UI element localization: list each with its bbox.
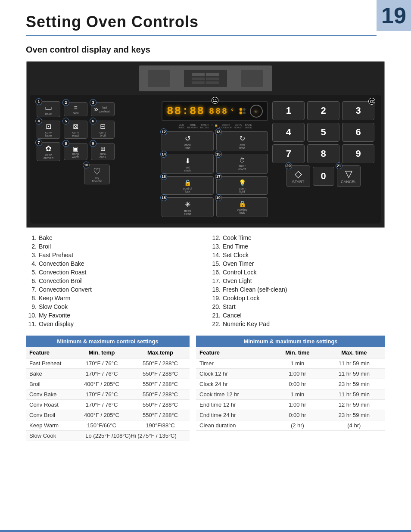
- btn-num-7: 7: [35, 139, 42, 146]
- num-btn-1[interactable]: 1: [272, 101, 305, 120]
- btn-num-15: 15: [215, 151, 222, 158]
- cancel-circle-icon: ▽: [345, 168, 352, 180]
- btn-num-4: 4: [35, 118, 42, 124]
- conv-convert-button[interactable]: 7 ✿ convconvert: [37, 142, 60, 161]
- cancel-button[interactable]: 21 ▽ CANCEL: [337, 165, 361, 187]
- table-row: Keep Warm150°F/66°C190°F/88°C: [26, 420, 190, 431]
- my-favorite-button[interactable]: 10 ♡ myfavorite: [84, 165, 110, 184]
- conv-bake-button[interactable]: 4 ⊡ convbake: [37, 121, 60, 139]
- table-row: Conv Broil400°F / 205°C550°F / 288°C: [26, 410, 190, 420]
- start-label: START: [292, 180, 305, 184]
- control-lock-icon: 🔒: [164, 179, 212, 186]
- col-min-time: Min. time: [272, 347, 323, 358]
- col-feature-time: Feature: [196, 347, 272, 358]
- btn-num-5: 5: [62, 118, 69, 124]
- conv-bake-icon: ⊡: [39, 123, 58, 130]
- label-bake-broil: BAKEBROIL: [245, 124, 252, 129]
- timer-on-off-button[interactable]: 15 ⏱ timeron-off: [216, 154, 268, 174]
- col-max-temp: Max.temp: [131, 347, 190, 358]
- control-lock-label: controllock: [164, 187, 212, 193]
- time-table-header-row: Feature Min. time Max. time: [196, 347, 385, 358]
- cooktop-lock-label: cooktoplock: [218, 208, 266, 214]
- label-time-remove: TIMEREMOVE: [187, 124, 198, 129]
- label-door-cooktop: DOORCOOKTOP: [219, 124, 232, 129]
- num-btn-5[interactable]: 5: [307, 123, 339, 142]
- bottom-action-row: 20 ◇ START 0 21 ▽ CANCEL: [272, 165, 374, 187]
- control-settings-table-container: Minimum & maximum control settings Featu…: [26, 336, 190, 441]
- list-item-5: 5.Convection Roast: [26, 269, 201, 276]
- main-panel: 1 ▭ bake 2 ≡ broil 3 » fastpreheat: [30, 95, 381, 224]
- fresh-clean-label: freshclean: [164, 209, 212, 215]
- btn-num-10: 10: [83, 162, 90, 168]
- display-digits: 88:88: [167, 105, 205, 118]
- num-btn-2[interactable]: 2: [307, 101, 339, 120]
- conv-roast-button[interactable]: 5 ⊠ convroast: [64, 121, 87, 139]
- keep-warm-button[interactable]: 8 ▣ keepwarm: [64, 143, 87, 160]
- my-favorite-label: myfavorite: [86, 177, 108, 183]
- bake-button[interactable]: 1 ▭ bake: [37, 101, 60, 117]
- btn-num-6: 6: [90, 118, 97, 124]
- button-row-3: 7 ✿ convconvert 8 ▣ keepwarm 9 ⊞ slowcoo…: [37, 142, 157, 161]
- num-btn-4[interactable]: 4: [272, 123, 305, 142]
- col-max-time: Max. time: [323, 347, 385, 358]
- keep-warm-label: keepwarm: [66, 152, 85, 159]
- page-number: 19: [377, 0, 411, 31]
- list-item-19: 19.Cooktop Lock: [210, 295, 385, 302]
- control-lock-button[interactable]: 16 🔒 controllock: [162, 176, 214, 195]
- cook-time-label: cooktime: [164, 143, 212, 149]
- set-clock-label: setclock: [164, 166, 212, 172]
- fresh-clean-button[interactable]: 18 ✳ freshclean: [162, 197, 214, 217]
- oven-light-button[interactable]: 17 💡 ovenlight: [216, 176, 268, 195]
- display-labels-row: ENDTIMED TIMEREMOVE TIMERRACKS ♡ 🔒 DOORC…: [162, 124, 268, 129]
- time-settings-table: Feature Min. time Max. time Timer1 min11…: [196, 347, 385, 431]
- label-conv-roast: CONVROAST: [234, 124, 243, 129]
- num-btn-6[interactable]: 6: [342, 123, 374, 142]
- list-item-18: 18.Fresh Clean (self-clean): [210, 286, 385, 293]
- control-settings-table: Feature Min. temp Max.temp Fast Preheat1…: [26, 347, 190, 441]
- num-btn-9[interactable]: 9: [342, 144, 374, 163]
- set-clock-button[interactable]: 14 ⬇ setclock: [162, 154, 214, 174]
- label-timer-racks: TIMERRACKS: [200, 124, 209, 129]
- label-end-timed: ENDTIMED: [177, 124, 186, 129]
- display-degree: °: [230, 108, 235, 115]
- dot-3: [240, 112, 242, 114]
- fan-icon: ✳: [250, 105, 263, 118]
- display-strip: [139, 65, 272, 91]
- broil-icon: ≡: [66, 105, 85, 111]
- num-btn-0[interactable]: 0: [313, 167, 334, 186]
- conv-broil-button[interactable]: 6 ⊟ convbroil: [91, 121, 115, 139]
- list-item-9: 9.Slow Cook: [26, 303, 201, 310]
- fast-preheat-button[interactable]: 3 » fastpreheat: [91, 102, 115, 116]
- button-row-4: 10 ♡ myfavorite: [37, 165, 157, 184]
- btn-num-16: 16: [160, 173, 167, 180]
- display-area: 11 88:88 888 ° ✳: [162, 101, 268, 121]
- broil-button[interactable]: 2 ≡ broil: [64, 102, 87, 116]
- slow-cook-button[interactable]: 9 ⊞ slowcook: [91, 143, 115, 160]
- numeric-keypad: 1 2 3 4 5 6 7 8 9: [272, 101, 374, 163]
- start-button[interactable]: 20 ◇ START: [286, 165, 310, 187]
- list-item-10: 10.My Favorite: [26, 312, 201, 319]
- end-time-button[interactable]: 13 ↻ endtime: [216, 131, 268, 151]
- display-block-center: [184, 70, 227, 87]
- num-btn-7[interactable]: 7: [272, 144, 305, 163]
- num-btn-8[interactable]: 8: [307, 144, 339, 163]
- conv-broil-icon: ⊟: [93, 123, 112, 130]
- cook-time-icon: ↺: [164, 134, 212, 143]
- cancel-label: CANCEL: [341, 180, 357, 184]
- keep-warm-icon: ▣: [66, 146, 85, 152]
- slow-cook-label: slowcook: [93, 152, 112, 159]
- list-item-2: 2.Broil: [26, 243, 201, 250]
- tables-section: Minimum & maximum control settings Featu…: [26, 336, 385, 441]
- list-item-13: 13.End Time: [210, 243, 385, 250]
- fast-preheat-label: fastpreheat: [100, 106, 110, 113]
- control-table-header-row: Feature Min. temp Max.temp: [26, 347, 190, 358]
- cooktop-lock-icon: 🔒: [218, 200, 266, 207]
- list-item-21: 21.Cancel: [210, 312, 385, 319]
- cook-time-button[interactable]: 12 ↺ cooktime: [162, 131, 214, 151]
- right-numbered-list: 12.Cook Time 13.End Time 14.Set Clock 15…: [210, 234, 385, 329]
- cooktop-lock-button[interactable]: 19 🔒 cooktoplock: [216, 197, 268, 217]
- control-table-header: Minimum & maximum control settings: [26, 336, 190, 347]
- btn-num-2: 2: [62, 99, 69, 106]
- page-title: Setting Oven Controls: [0, 0, 411, 35]
- title-divider: [26, 35, 377, 36]
